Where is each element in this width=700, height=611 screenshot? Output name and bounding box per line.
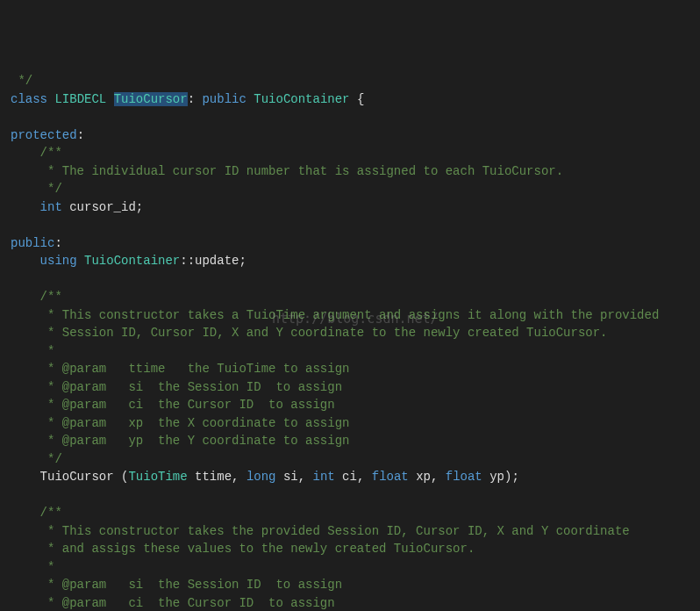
param-si: si, (275, 470, 312, 484)
doc-param-yp: * @param yp the Y coordinate to assign (11, 434, 349, 448)
var-cursor-id: cursor_id (62, 200, 136, 214)
open-brace: { (350, 92, 365, 106)
doc-comment-close: */ (11, 182, 62, 196)
keyword-class: class (11, 92, 47, 106)
doc-param-ttime: * @param ttime the TuioTime to assign (11, 362, 349, 376)
comment-end: */ (11, 74, 32, 88)
doc-comment-line: * This constructor takes the provided Se… (11, 524, 630, 538)
doc-comment-line: * (11, 560, 54, 574)
doc-param-ci: * @param ci the Cursor ID to assign (11, 596, 335, 610)
semicolon: ; (511, 470, 518, 484)
type-tuiocontainer: TuioContainer (77, 254, 181, 268)
param-ttime: ttime, (188, 470, 246, 484)
semicolon: ; (136, 200, 143, 214)
doc-comment-open: /** (11, 146, 62, 160)
keyword-public: public (11, 236, 54, 250)
type-int: int (313, 470, 335, 484)
type-tuiotime: TuioTime (128, 470, 187, 484)
doc-param-xp: * @param xp the X coordinate to assign (11, 416, 349, 430)
colon: : (77, 128, 84, 142)
type-float: float (372, 470, 409, 484)
class-name-selected[interactable]: TuioCursor (114, 92, 188, 106)
ctor-name: TuioCursor (11, 470, 121, 484)
doc-comment-line: * (11, 344, 54, 358)
type-long: long (246, 470, 276, 484)
doc-comment-line: * and assigs these values to the newly c… (11, 542, 475, 556)
doc-comment-open: /** (11, 290, 62, 304)
doc-param-si: * @param si the Session ID to assign (11, 578, 342, 592)
semicolon: ; (239, 254, 246, 268)
type-float: float (446, 470, 482, 484)
keyword-protected: protected (11, 128, 77, 142)
doc-comment-line: * This constructor takes a TuioTime argu… (11, 308, 659, 322)
colon: : (54, 236, 61, 250)
doc-comment-line: * The individual cursor ID number that i… (11, 164, 563, 178)
base-class: TuioContainer (246, 92, 350, 106)
macro-libdecl: LIBDECL (54, 92, 106, 106)
code-editor[interactable]: */ class LIBDECL TuioCursor: public Tuio… (0, 72, 700, 611)
type-int: int (11, 200, 62, 214)
keyword-using: using (11, 254, 77, 268)
param-xp: xp, (409, 470, 446, 484)
param-yp: yp) (482, 470, 512, 484)
doc-param-ci: * @param ci the Cursor ID to assign (11, 398, 335, 412)
keyword-public: public (195, 92, 246, 106)
doc-comment-close: */ (11, 452, 62, 466)
doc-comment-line: * Session ID, Cursor ID, X and Y coordin… (11, 326, 608, 340)
doc-comment-open: /** (11, 506, 62, 520)
scope-update: ::update (180, 254, 239, 268)
colon: : (188, 92, 195, 106)
doc-param-si: * @param si the Session ID to assign (11, 380, 342, 394)
param-ci: ci, (335, 470, 372, 484)
